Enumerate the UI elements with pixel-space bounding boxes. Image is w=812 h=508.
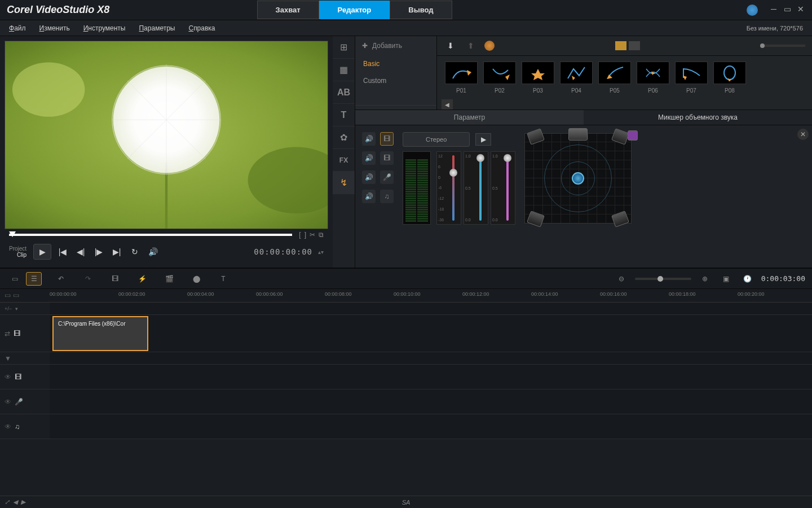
clock-icon[interactable] bbox=[484, 41, 495, 51]
stereo-mode-button[interactable]: Стерео bbox=[403, 132, 470, 147]
lib-tab-fx[interactable]: FX bbox=[333, 149, 355, 172]
redo-button[interactable]: ↷ bbox=[80, 272, 96, 286]
category-custom[interactable]: Custom bbox=[355, 72, 436, 89]
speaker-center-icon[interactable] bbox=[568, 128, 588, 141]
repeat-button[interactable]: ↻ bbox=[128, 245, 142, 259]
storyboard-view-button[interactable]: ▭ bbox=[7, 272, 23, 286]
tab-surround-mixer[interactable]: Микшер объемного звука bbox=[584, 110, 812, 125]
lib-tab-graphics[interactable]: ✿ bbox=[333, 126, 355, 149]
tab-output[interactable]: Вывод bbox=[390, 1, 452, 19]
add-category-button[interactable]: ✚Добавить bbox=[355, 36, 436, 55]
mute-video-icon[interactable]: 🔊 bbox=[362, 132, 376, 146]
multi-trim-icon[interactable]: ⧉ bbox=[319, 231, 324, 239]
maximize-button[interactable]: ▭ bbox=[783, 5, 792, 14]
menu-help[interactable]: Справка bbox=[188, 24, 215, 32]
tab-parameter[interactable]: Параметр bbox=[355, 110, 584, 125]
view-list-button[interactable] bbox=[629, 41, 640, 50]
zoom-in-button[interactable]: ⊕ bbox=[697, 272, 713, 286]
track-head-overlay[interactable]: 👁🎞 bbox=[0, 365, 50, 389]
track-music-icon[interactable]: ♫ bbox=[380, 190, 394, 203]
track-overlay-icon[interactable]: 🎞 bbox=[380, 151, 394, 165]
volume-button[interactable]: 🔊 bbox=[146, 245, 160, 259]
track-button[interactable]: ⬤ bbox=[188, 272, 204, 286]
scroll-tool-icon[interactable]: ⤢ bbox=[5, 498, 10, 506]
scroll-left-icon[interactable]: ◀ bbox=[13, 498, 17, 506]
speaker-rear-left-icon[interactable] bbox=[527, 211, 545, 227]
fader-right[interactable]: 1.00.50.0 bbox=[491, 151, 515, 225]
mixer-play-button[interactable]: ▶ bbox=[475, 133, 491, 146]
timeline-ruler[interactable]: ▭ ▭ 00:00:00:0000:00:02:0000:00:04:0000:… bbox=[0, 289, 812, 303]
tab-capture[interactable]: Захват bbox=[257, 1, 319, 19]
timeline-view-button[interactable]: ☰ bbox=[26, 272, 42, 286]
menu-file[interactable]: Файл bbox=[9, 24, 26, 32]
preset-p06[interactable]: P06 bbox=[637, 62, 669, 94]
scrub-handle[interactable] bbox=[9, 231, 16, 237]
link-icon[interactable]: ⇄ bbox=[5, 330, 10, 338]
lib-tab-transitions[interactable]: ▦ bbox=[333, 59, 355, 81]
timeline-duration[interactable]: 0:00:03:00 bbox=[761, 274, 805, 283]
record-button[interactable]: 🎞 bbox=[107, 272, 123, 286]
tab-editor[interactable]: Редактор bbox=[319, 1, 390, 19]
mute-overlay-icon[interactable]: 🔊 bbox=[362, 151, 376, 165]
subtitle-button[interactable]: T bbox=[215, 272, 231, 286]
preset-p08[interactable]: P08 bbox=[713, 62, 746, 94]
view-thumb-button[interactable] bbox=[615, 41, 626, 50]
track-content[interactable]: C:\Program Files (x86)\Cor bbox=[50, 303, 812, 439]
preview-viewport[interactable] bbox=[5, 41, 328, 229]
fader-main[interactable]: 1260-6-12-18-36 bbox=[436, 151, 461, 225]
thumb-size-slider[interactable] bbox=[760, 45, 805, 47]
mark-out-icon[interactable]: ] bbox=[304, 231, 306, 239]
zoom-out-button[interactable]: ⊖ bbox=[614, 272, 629, 286]
scroll-right-icon[interactable]: ▶ bbox=[21, 498, 25, 506]
track-video-icon[interactable]: 🎞 bbox=[380, 132, 394, 146]
close-button[interactable]: ✕ bbox=[796, 5, 805, 14]
menu-edit[interactable]: Изменить bbox=[39, 24, 70, 32]
project-clip-toggle[interactable]: Project Clip bbox=[9, 246, 27, 258]
fader-left[interactable]: 1.00.50.0 bbox=[464, 151, 488, 225]
preset-p03[interactable]: P03 bbox=[522, 62, 554, 94]
track-head-expand[interactable]: ▼ bbox=[0, 352, 50, 365]
fit-button[interactable]: ▣ bbox=[718, 272, 734, 286]
speaker-rear-right-icon[interactable] bbox=[611, 211, 629, 227]
globe-icon[interactable] bbox=[747, 5, 758, 16]
track-voice-icon[interactable]: 🎤 bbox=[380, 170, 394, 184]
audio-fx-button[interactable]: ⚡ bbox=[134, 272, 150, 286]
preset-p04[interactable]: P04 bbox=[560, 62, 593, 94]
prev-frame-button[interactable]: ◀| bbox=[74, 245, 87, 259]
mark-in-icon[interactable]: [ bbox=[299, 231, 301, 239]
timeline-clip[interactable]: C:\Program Files (x86)\Cor bbox=[52, 316, 148, 351]
goto-start-button[interactable]: |◀ bbox=[56, 245, 69, 259]
close-mixer-button[interactable]: ✕ bbox=[797, 129, 809, 140]
lib-tab-paths[interactable]: ↯ bbox=[333, 172, 355, 194]
preset-p07[interactable]: P07 bbox=[675, 62, 708, 94]
scrubber[interactable]: [ ] ✂ ⧉ bbox=[5, 229, 328, 240]
mute-music-icon[interactable]: 🔊 bbox=[362, 190, 376, 203]
ruler-icon-1[interactable]: ▭ bbox=[5, 291, 11, 299]
ruler-icon-2[interactable]: ▭ bbox=[13, 291, 19, 299]
duration-icon[interactable]: 🕐 bbox=[740, 272, 756, 286]
track-head-music[interactable]: 👁♫ bbox=[0, 414, 50, 439]
next-frame-button[interactable]: |▶ bbox=[92, 245, 105, 259]
preset-p01[interactable]: P01 bbox=[445, 62, 478, 94]
preset-p05[interactable]: P05 bbox=[598, 62, 631, 94]
scroll-left-button[interactable]: ◀ bbox=[442, 99, 453, 110]
surround-field[interactable] bbox=[524, 133, 632, 224]
speaker-front-left-icon[interactable] bbox=[527, 128, 545, 145]
undo-button[interactable]: ↶ bbox=[53, 272, 69, 286]
category-basic[interactable]: Basic bbox=[355, 55, 436, 72]
cut-icon[interactable]: ✂ bbox=[310, 231, 315, 239]
track-head-voice[interactable]: 👁🎤 bbox=[0, 389, 50, 414]
lib-tab-text[interactable]: T bbox=[333, 104, 355, 126]
zoom-slider[interactable] bbox=[635, 278, 691, 280]
menu-tools[interactable]: Инструменты bbox=[83, 24, 126, 32]
surround-position-handle[interactable] bbox=[572, 172, 584, 185]
chapter-button[interactable]: 🎬 bbox=[161, 272, 177, 286]
lib-tab-titles[interactable]: AB bbox=[333, 81, 355, 104]
speaker-front-right-icon[interactable] bbox=[611, 128, 629, 145]
import-icon[interactable]: ⬇ bbox=[444, 39, 457, 52]
goto-end-button[interactable]: ▶| bbox=[110, 245, 123, 259]
minimize-button[interactable]: ─ bbox=[769, 5, 778, 14]
add-track-button[interactable]: +/−▾ bbox=[0, 303, 50, 315]
export-icon[interactable]: ⬆ bbox=[464, 39, 478, 52]
preview-timecode[interactable]: 00:00:00:00 bbox=[254, 247, 312, 256]
